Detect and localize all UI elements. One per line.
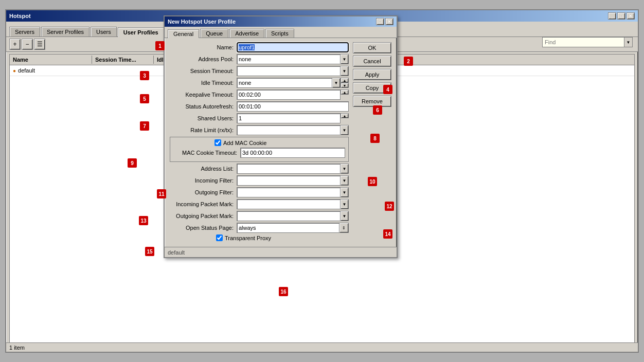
name-field-wrapper xyxy=(237,42,349,52)
incoming-packet-mark-row: Incoming Packet Mark: ▼ xyxy=(170,199,349,209)
incoming-filter-dropdown[interactable]: ▼ xyxy=(341,175,349,186)
idle-timeout-row: Idle Timeout: ▼ ▲ ▼ xyxy=(170,78,349,88)
open-status-page-row: Open Status Page: ⇕ xyxy=(170,223,349,233)
apply-button[interactable]: Apply xyxy=(353,69,391,80)
shared-users-wrapper: ▲ xyxy=(237,113,349,123)
name-input[interactable] xyxy=(237,42,349,52)
keepalive-spin-up[interactable]: ▲ xyxy=(341,89,349,95)
outgoing-packet-mark-input[interactable] xyxy=(237,211,341,221)
idle-timeout-spin-down[interactable]: ▼ xyxy=(341,83,349,88)
incoming-packet-mark-label: Incoming Packet Mark: xyxy=(170,201,237,207)
incoming-filter-wrapper: ▼ xyxy=(237,175,349,186)
annotation-9: 9 xyxy=(128,158,137,168)
open-status-page-input[interactable] xyxy=(237,223,339,233)
mac-cookie-timeout-wrapper xyxy=(240,148,345,158)
dialog-restore-button[interactable]: □ xyxy=(376,18,384,25)
keepalive-timeout-row: Keepalive Timeout: ▲ xyxy=(170,89,349,100)
incoming-filter-input[interactable] xyxy=(237,175,341,186)
address-pool-dropdown[interactable]: ▼ xyxy=(341,54,349,64)
remove-button[interactable]: Remove xyxy=(353,96,391,107)
rate-limit-dropdown[interactable]: ▼ xyxy=(341,125,349,135)
address-list-wrapper: ▼ xyxy=(237,164,349,174)
outgoing-filter-dropdown[interactable]: ▼ xyxy=(341,187,349,197)
open-status-page-label: Open Status Page: xyxy=(170,225,237,231)
address-list-dropdown[interactable]: ▼ xyxy=(341,164,349,174)
incoming-packet-mark-wrapper: ▼ xyxy=(237,199,349,209)
dialog-title: New Hotspot User Profile xyxy=(168,19,236,25)
idle-timeout-input[interactable] xyxy=(237,78,332,88)
address-list-label: Address List: xyxy=(170,166,237,172)
session-timeout-dropdown[interactable]: ▼ xyxy=(341,66,349,76)
mac-cookie-timeout-row: MAC Cookie Timeout: xyxy=(173,148,345,158)
shared-users-row: Shared Users: ▲ xyxy=(170,113,349,123)
cancel-button[interactable]: Cancel xyxy=(353,56,391,67)
outgoing-filter-label: Outgoing Filter: xyxy=(170,189,237,195)
mac-cookie-timeout-input[interactable] xyxy=(240,148,345,158)
dialog-overlay: New Hotspot User Profile □ ✕ General Que… xyxy=(0,0,644,362)
address-pool-wrapper: ▼ xyxy=(237,54,349,64)
add-mac-cookie-row: Add MAC Cookie xyxy=(173,139,345,146)
dialog-tab-advertise[interactable]: Advertise xyxy=(229,29,264,38)
transparent-proxy-row: Transparent Proxy xyxy=(170,234,349,241)
dialog-footer: default xyxy=(165,247,397,257)
idle-timeout-label: Idle Timeout: xyxy=(170,80,237,86)
annotation-3: 3 xyxy=(140,71,149,80)
dialog-titlebar: New Hotspot User Profile □ ✕ xyxy=(165,16,397,27)
shared-users-input[interactable] xyxy=(237,113,341,123)
annotation-7: 7 xyxy=(140,121,149,131)
session-timeout-row: Session Timeout: ▼ xyxy=(170,66,349,76)
outgoing-packet-mark-row: Outgoing Packet Mark: ▼ xyxy=(170,211,349,221)
status-autorefresh-wrapper xyxy=(237,101,349,112)
annotation-12: 12 xyxy=(385,202,394,211)
footer-text: default xyxy=(168,249,185,256)
transparent-proxy-checkbox[interactable] xyxy=(216,234,223,241)
rate-limit-row: Rate Limit (rx/tx): ▼ xyxy=(170,125,349,135)
incoming-packet-mark-dropdown[interactable]: ▼ xyxy=(341,199,349,209)
add-mac-cookie-checkbox[interactable] xyxy=(214,139,221,146)
annotation-11: 11 xyxy=(157,189,166,198)
dialog-tab-general[interactable]: General xyxy=(168,29,199,38)
mac-cookie-timeout-label: MAC Cookie Timeout: xyxy=(173,150,240,156)
outgoing-packet-mark-label: Outgoing Packet Mark: xyxy=(170,213,237,219)
name-row: Name: xyxy=(170,42,349,52)
address-pool-input[interactable] xyxy=(237,54,341,64)
incoming-packet-mark-input[interactable] xyxy=(237,199,341,209)
dialog-tab-scripts[interactable]: Scripts xyxy=(265,29,294,38)
keepalive-timeout-input[interactable] xyxy=(237,89,341,100)
address-pool-label: Address Pool: xyxy=(170,56,237,62)
shared-users-spin-up[interactable]: ▲ xyxy=(341,113,349,118)
dialog-tab-queue[interactable]: Queue xyxy=(200,29,228,38)
rate-limit-label: Rate Limit (rx/tx): xyxy=(170,127,237,133)
outgoing-filter-input[interactable] xyxy=(237,187,341,197)
address-list-row: Address List: ▼ xyxy=(170,164,349,174)
idle-timeout-spinners: ▲ ▼ xyxy=(341,78,349,88)
incoming-filter-row: Incoming Filter: ▼ xyxy=(170,175,349,186)
annotation-2: 2 xyxy=(404,57,413,66)
mac-cookie-section: Add MAC Cookie MAC Cookie Timeout: xyxy=(170,137,349,162)
session-timeout-input[interactable] xyxy=(237,66,341,76)
dialog-tab-bar: General Queue Advertise Scripts xyxy=(165,27,397,38)
idle-timeout-wrapper: ▼ ▲ ▼ xyxy=(237,78,349,88)
keepalive-spin-btns: ▲ xyxy=(341,89,349,100)
status-autorefresh-input[interactable] xyxy=(237,101,349,112)
outgoing-filter-wrapper: ▼ xyxy=(237,187,349,197)
outgoing-packet-mark-dropdown[interactable]: ▼ xyxy=(341,211,349,221)
address-list-input[interactable] xyxy=(237,164,341,174)
dialog-content: Name: Address Pool: ▼ Session Timeout: xyxy=(165,38,397,247)
annotation-15: 15 xyxy=(145,247,154,256)
status-autorefresh-label: Status Autorefresh: xyxy=(170,103,237,110)
open-status-page-dropdown[interactable]: ⇕ xyxy=(339,223,349,233)
ok-button[interactable]: OK xyxy=(353,42,391,53)
open-status-page-wrapper: ⇕ xyxy=(237,223,349,233)
rate-limit-input[interactable] xyxy=(237,125,341,135)
annotation-6: 6 xyxy=(373,105,382,115)
idle-timeout-dropdown[interactable]: ▼ xyxy=(332,78,341,88)
annotation-10: 10 xyxy=(368,177,377,186)
dialog-close-button[interactable]: ✕ xyxy=(385,18,393,25)
status-autorefresh-row: Status Autorefresh: xyxy=(170,101,349,112)
idle-timeout-spin-up[interactable]: ▲ xyxy=(341,78,349,83)
annotation-13: 13 xyxy=(139,216,148,225)
dialog-form: Name: Address Pool: ▼ Session Timeout: xyxy=(170,42,349,243)
dialog-new-hotspot-user-profile: New Hotspot User Profile □ ✕ General Que… xyxy=(164,15,398,258)
keepalive-timeout-label: Keepalive Timeout: xyxy=(170,92,237,98)
